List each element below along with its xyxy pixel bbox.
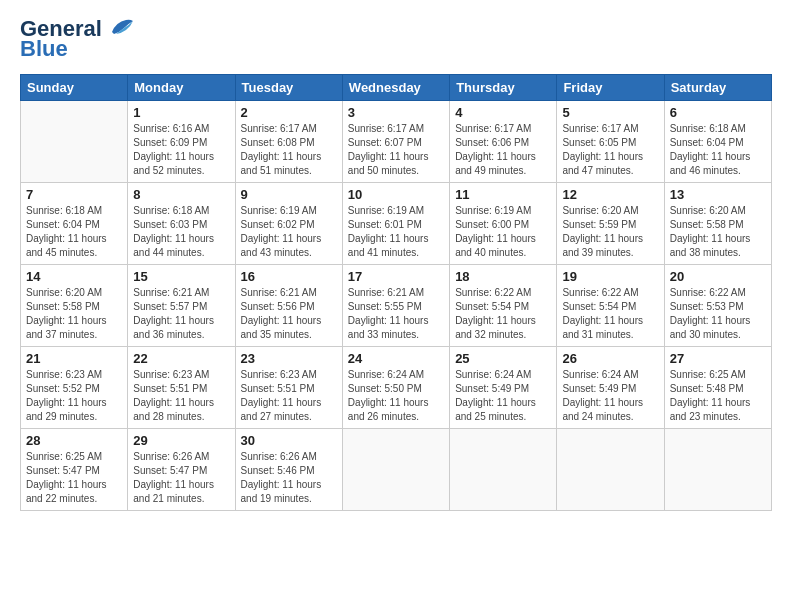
day-number: 15 <box>133 269 229 284</box>
day-info: Sunrise: 6:17 AM Sunset: 6:07 PM Dayligh… <box>348 122 444 178</box>
weekday-header-friday: Friday <box>557 75 664 101</box>
day-info: Sunrise: 6:21 AM Sunset: 5:56 PM Dayligh… <box>241 286 337 342</box>
calendar-cell: 20Sunrise: 6:22 AM Sunset: 5:53 PM Dayli… <box>664 265 771 347</box>
calendar-cell: 25Sunrise: 6:24 AM Sunset: 5:49 PM Dayli… <box>450 347 557 429</box>
calendar-cell: 30Sunrise: 6:26 AM Sunset: 5:46 PM Dayli… <box>235 429 342 511</box>
day-info: Sunrise: 6:17 AM Sunset: 6:05 PM Dayligh… <box>562 122 658 178</box>
day-info: Sunrise: 6:23 AM Sunset: 5:51 PM Dayligh… <box>133 368 229 424</box>
calendar-cell <box>664 429 771 511</box>
day-number: 12 <box>562 187 658 202</box>
day-number: 25 <box>455 351 551 366</box>
day-info: Sunrise: 6:24 AM Sunset: 5:49 PM Dayligh… <box>455 368 551 424</box>
day-info: Sunrise: 6:25 AM Sunset: 5:48 PM Dayligh… <box>670 368 766 424</box>
day-number: 4 <box>455 105 551 120</box>
page: General Blue SundayMondayTuesdayWednesda… <box>0 0 792 521</box>
calendar-cell: 2Sunrise: 6:17 AM Sunset: 6:08 PM Daylig… <box>235 101 342 183</box>
day-number: 2 <box>241 105 337 120</box>
calendar-cell: 5Sunrise: 6:17 AM Sunset: 6:05 PM Daylig… <box>557 101 664 183</box>
day-info: Sunrise: 6:22 AM Sunset: 5:53 PM Dayligh… <box>670 286 766 342</box>
calendar-cell: 28Sunrise: 6:25 AM Sunset: 5:47 PM Dayli… <box>21 429 128 511</box>
day-number: 18 <box>455 269 551 284</box>
day-info: Sunrise: 6:19 AM Sunset: 6:01 PM Dayligh… <box>348 204 444 260</box>
day-number: 17 <box>348 269 444 284</box>
day-info: Sunrise: 6:20 AM Sunset: 5:59 PM Dayligh… <box>562 204 658 260</box>
day-info: Sunrise: 6:23 AM Sunset: 5:51 PM Dayligh… <box>241 368 337 424</box>
calendar-cell: 27Sunrise: 6:25 AM Sunset: 5:48 PM Dayli… <box>664 347 771 429</box>
week-row-5: 28Sunrise: 6:25 AM Sunset: 5:47 PM Dayli… <box>21 429 772 511</box>
week-row-4: 21Sunrise: 6:23 AM Sunset: 5:52 PM Dayli… <box>21 347 772 429</box>
day-number: 5 <box>562 105 658 120</box>
calendar-cell: 21Sunrise: 6:23 AM Sunset: 5:52 PM Dayli… <box>21 347 128 429</box>
day-info: Sunrise: 6:23 AM Sunset: 5:52 PM Dayligh… <box>26 368 122 424</box>
calendar-cell: 16Sunrise: 6:21 AM Sunset: 5:56 PM Dayli… <box>235 265 342 347</box>
calendar-cell: 8Sunrise: 6:18 AM Sunset: 6:03 PM Daylig… <box>128 183 235 265</box>
weekday-header-sunday: Sunday <box>21 75 128 101</box>
calendar-cell: 3Sunrise: 6:17 AM Sunset: 6:07 PM Daylig… <box>342 101 449 183</box>
day-info: Sunrise: 6:17 AM Sunset: 6:06 PM Dayligh… <box>455 122 551 178</box>
weekday-header-thursday: Thursday <box>450 75 557 101</box>
day-info: Sunrise: 6:20 AM Sunset: 5:58 PM Dayligh… <box>670 204 766 260</box>
calendar-cell: 24Sunrise: 6:24 AM Sunset: 5:50 PM Dayli… <box>342 347 449 429</box>
calendar-cell: 10Sunrise: 6:19 AM Sunset: 6:01 PM Dayli… <box>342 183 449 265</box>
calendar-cell <box>450 429 557 511</box>
calendar-cell: 19Sunrise: 6:22 AM Sunset: 5:54 PM Dayli… <box>557 265 664 347</box>
day-info: Sunrise: 6:17 AM Sunset: 6:08 PM Dayligh… <box>241 122 337 178</box>
day-info: Sunrise: 6:21 AM Sunset: 5:57 PM Dayligh… <box>133 286 229 342</box>
day-number: 8 <box>133 187 229 202</box>
day-number: 28 <box>26 433 122 448</box>
day-number: 20 <box>670 269 766 284</box>
calendar-cell: 14Sunrise: 6:20 AM Sunset: 5:58 PM Dayli… <box>21 265 128 347</box>
week-row-3: 14Sunrise: 6:20 AM Sunset: 5:58 PM Dayli… <box>21 265 772 347</box>
day-number: 19 <box>562 269 658 284</box>
logo: General Blue <box>20 18 134 62</box>
day-number: 9 <box>241 187 337 202</box>
day-number: 11 <box>455 187 551 202</box>
header: General Blue <box>20 18 772 62</box>
day-info: Sunrise: 6:25 AM Sunset: 5:47 PM Dayligh… <box>26 450 122 506</box>
day-info: Sunrise: 6:21 AM Sunset: 5:55 PM Dayligh… <box>348 286 444 342</box>
week-row-2: 7Sunrise: 6:18 AM Sunset: 6:04 PM Daylig… <box>21 183 772 265</box>
day-info: Sunrise: 6:26 AM Sunset: 5:47 PM Dayligh… <box>133 450 229 506</box>
logo-bird-icon <box>106 18 134 40</box>
day-number: 22 <box>133 351 229 366</box>
day-number: 24 <box>348 351 444 366</box>
calendar-cell: 12Sunrise: 6:20 AM Sunset: 5:59 PM Dayli… <box>557 183 664 265</box>
calendar: SundayMondayTuesdayWednesdayThursdayFrid… <box>20 74 772 511</box>
day-number: 21 <box>26 351 122 366</box>
calendar-cell: 4Sunrise: 6:17 AM Sunset: 6:06 PM Daylig… <box>450 101 557 183</box>
calendar-cell: 22Sunrise: 6:23 AM Sunset: 5:51 PM Dayli… <box>128 347 235 429</box>
calendar-cell: 15Sunrise: 6:21 AM Sunset: 5:57 PM Dayli… <box>128 265 235 347</box>
logo-blue-text: Blue <box>20 36 68 62</box>
day-number: 1 <box>133 105 229 120</box>
calendar-cell: 6Sunrise: 6:18 AM Sunset: 6:04 PM Daylig… <box>664 101 771 183</box>
weekday-header-saturday: Saturday <box>664 75 771 101</box>
calendar-cell: 9Sunrise: 6:19 AM Sunset: 6:02 PM Daylig… <box>235 183 342 265</box>
calendar-cell: 23Sunrise: 6:23 AM Sunset: 5:51 PM Dayli… <box>235 347 342 429</box>
day-info: Sunrise: 6:24 AM Sunset: 5:49 PM Dayligh… <box>562 368 658 424</box>
calendar-cell: 17Sunrise: 6:21 AM Sunset: 5:55 PM Dayli… <box>342 265 449 347</box>
day-number: 10 <box>348 187 444 202</box>
day-number: 14 <box>26 269 122 284</box>
calendar-cell: 11Sunrise: 6:19 AM Sunset: 6:00 PM Dayli… <box>450 183 557 265</box>
day-number: 13 <box>670 187 766 202</box>
day-info: Sunrise: 6:19 AM Sunset: 6:00 PM Dayligh… <box>455 204 551 260</box>
day-info: Sunrise: 6:24 AM Sunset: 5:50 PM Dayligh… <box>348 368 444 424</box>
weekday-header-row: SundayMondayTuesdayWednesdayThursdayFrid… <box>21 75 772 101</box>
day-info: Sunrise: 6:18 AM Sunset: 6:03 PM Dayligh… <box>133 204 229 260</box>
calendar-cell: 29Sunrise: 6:26 AM Sunset: 5:47 PM Dayli… <box>128 429 235 511</box>
calendar-cell: 7Sunrise: 6:18 AM Sunset: 6:04 PM Daylig… <box>21 183 128 265</box>
day-number: 27 <box>670 351 766 366</box>
weekday-header-tuesday: Tuesday <box>235 75 342 101</box>
calendar-cell: 26Sunrise: 6:24 AM Sunset: 5:49 PM Dayli… <box>557 347 664 429</box>
day-info: Sunrise: 6:22 AM Sunset: 5:54 PM Dayligh… <box>455 286 551 342</box>
calendar-cell <box>557 429 664 511</box>
calendar-cell <box>21 101 128 183</box>
calendar-cell: 18Sunrise: 6:22 AM Sunset: 5:54 PM Dayli… <box>450 265 557 347</box>
day-number: 29 <box>133 433 229 448</box>
day-number: 7 <box>26 187 122 202</box>
calendar-cell: 1Sunrise: 6:16 AM Sunset: 6:09 PM Daylig… <box>128 101 235 183</box>
day-number: 16 <box>241 269 337 284</box>
day-number: 23 <box>241 351 337 366</box>
calendar-cell: 13Sunrise: 6:20 AM Sunset: 5:58 PM Dayli… <box>664 183 771 265</box>
week-row-1: 1Sunrise: 6:16 AM Sunset: 6:09 PM Daylig… <box>21 101 772 183</box>
